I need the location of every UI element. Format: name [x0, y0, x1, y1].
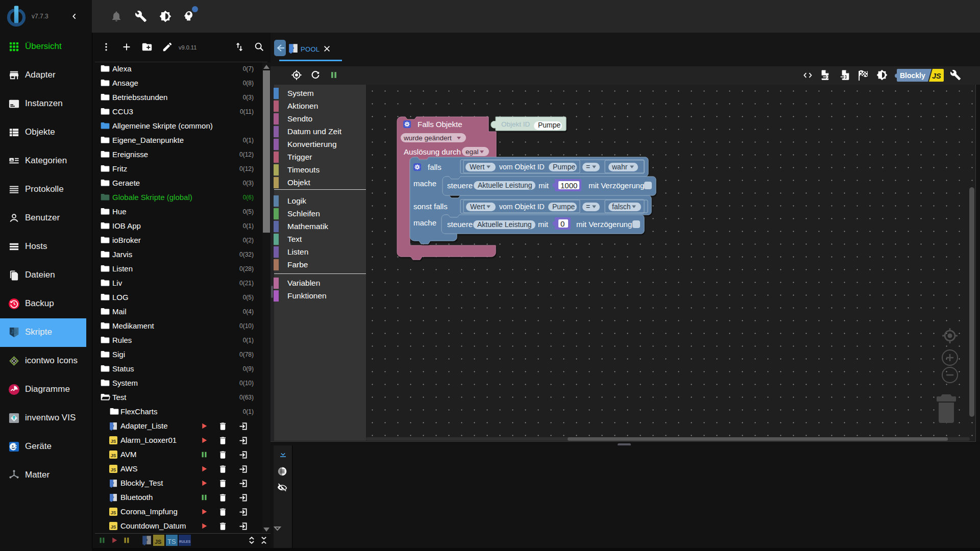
svg-text:JS: JS: [932, 72, 941, 80]
svg-text:sonst falls: sonst falls: [413, 202, 448, 211]
svg-text:mit: mit: [538, 220, 549, 229]
svg-text:egal: egal: [465, 148, 479, 156]
svg-text:Pumpe: Pumpe: [538, 121, 561, 129]
svg-text:=: =: [586, 163, 590, 171]
svg-text:mit: mit: [538, 181, 549, 190]
svg-text:Objekt ID: Objekt ID: [501, 120, 530, 128]
svg-text:falls: falls: [428, 163, 442, 171]
svg-text:=: =: [586, 203, 590, 211]
svg-text:Wert: Wert: [470, 163, 484, 171]
svg-text:wahr: wahr: [611, 163, 628, 171]
svg-text:Aktuelle Leistung: Aktuelle Leistung: [478, 181, 532, 189]
svg-text:Auslösung durch: Auslösung durch: [404, 147, 461, 156]
svg-text:mit Verzögerung: mit Verzögerung: [589, 181, 644, 190]
svg-text:JS: JS: [111, 453, 116, 458]
svg-text:S: S: [14, 329, 17, 335]
svg-text:JS: JS: [111, 524, 116, 530]
svg-text:1000: 1000: [560, 181, 577, 190]
svg-text:Blockly: Blockly: [900, 71, 925, 80]
svg-text:vom Objekt ID: vom Objekt ID: [499, 203, 545, 211]
svg-text:0: 0: [560, 219, 565, 228]
svg-text:Aktuelle Leistung: Aktuelle Leistung: [477, 220, 532, 229]
svg-text:JS: JS: [111, 467, 116, 472]
svg-text:Falls Objekte: Falls Objekte: [418, 120, 462, 129]
svg-text:wurde geändert: wurde geändert: [403, 134, 452, 142]
svg-text:vom Objekt ID: vom Objekt ID: [499, 163, 545, 171]
svg-text:JS: JS: [111, 510, 116, 515]
svg-text:Wert: Wert: [470, 203, 485, 211]
svg-text:mache: mache: [413, 179, 436, 188]
svg-text:Pumpe: Pumpe: [552, 203, 575, 211]
svg-text:Pumpe: Pumpe: [553, 163, 576, 171]
svg-text:falsch: falsch: [612, 203, 631, 211]
svg-text:JS: JS: [111, 439, 116, 444]
svg-text:mache: mache: [413, 218, 436, 227]
svg-text:mit Verzögerung: mit Verzögerung: [576, 220, 632, 229]
svg-text:steuere: steuere: [447, 181, 473, 190]
svg-text:steuere: steuere: [447, 220, 473, 229]
